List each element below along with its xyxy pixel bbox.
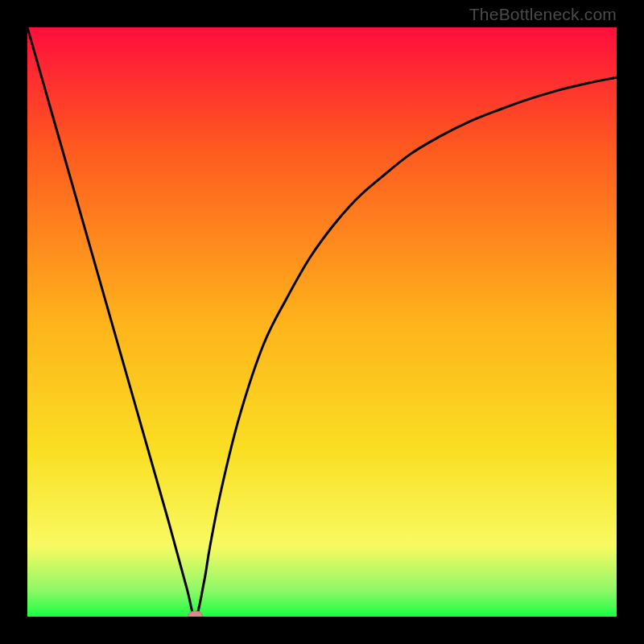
chart-frame: TheBottleneck.com [0,0,644,644]
watermark-text: TheBottleneck.com [469,5,617,24]
gradient-background [27,27,617,617]
chart-svg [27,27,617,617]
plot-area [27,27,617,617]
